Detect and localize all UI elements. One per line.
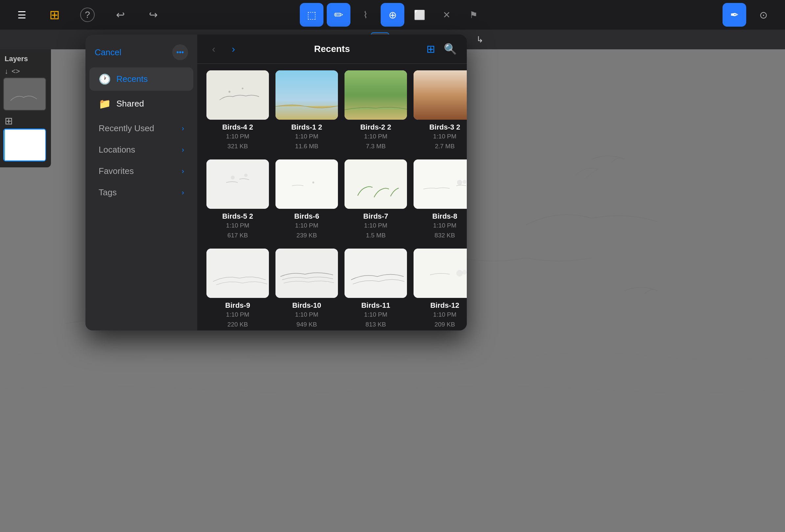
sidebar: Cancel ••• 🕐 Recents 📁 Shared Recently U… — [85, 34, 197, 330]
hamburger-icon: ☰ — [18, 9, 26, 21]
file-item-11[interactable]: Birds-111:10 PM 813 KB — [345, 249, 407, 330]
selection-icon: ⬚ — [307, 9, 316, 21]
sidebar-item-recents[interactable]: 🕐 Recents — [90, 68, 193, 91]
svg-point-5 — [242, 88, 244, 90]
file-thumb-8 — [413, 159, 467, 209]
svg-point-17 — [462, 180, 466, 184]
help-button[interactable]: ? — [76, 3, 99, 27]
more-secondary-button[interactable]: ↳ — [471, 32, 489, 47]
file-browser-dialog: Cancel ••• 🕐 Recents 📁 Shared Recently U… — [85, 34, 467, 330]
more-options-button[interactable]: ••• — [172, 44, 188, 60]
flag-tool[interactable]: ⚑ — [461, 3, 485, 27]
favorites-chevron: › — [182, 167, 184, 176]
transform-icon: ⬜ — [414, 9, 425, 20]
file-thumb-7 — [345, 159, 407, 209]
undo-button[interactable]: ↩ — [108, 3, 132, 27]
file-thumb-3 — [345, 70, 407, 120]
file-meta-8: 1:10 PM 832 KB — [433, 221, 457, 241]
layer-down-icon[interactable]: ↓ — [5, 67, 8, 76]
camera-button[interactable]: ⊙ — [752, 3, 775, 27]
svg-point-10 — [231, 176, 235, 179]
file-item-8[interactable]: Birds-81:10 PM 832 KB — [413, 159, 467, 241]
layers-label: Layers — [3, 53, 48, 65]
file-thumb-10 — [276, 249, 338, 298]
transform-tool[interactable]: ⬜ — [408, 3, 431, 27]
file-item-12[interactable]: Birds-121:10 PM 209 KB — [413, 249, 467, 330]
svg-rect-12 — [276, 159, 338, 209]
layer-2-preview — [4, 129, 45, 161]
forward-button[interactable]: › — [226, 42, 240, 56]
svg-rect-3 — [206, 70, 269, 120]
sidebar-item-shared[interactable]: 📁 Shared — [90, 92, 193, 116]
layer-group-icon[interactable]: ⊞ — [3, 113, 48, 129]
file-item-6[interactable]: Birds-61:10 PM 239 KB — [276, 159, 338, 241]
back-button[interactable]: ‹ — [206, 42, 221, 56]
svg-point-4 — [228, 91, 230, 93]
layer-code-icon[interactable]: <> — [11, 67, 20, 76]
file-meta-3: 1:10 PM 7.3 MB — [364, 131, 387, 152]
file-name-3: Birds-2 2 — [360, 123, 391, 131]
lasso-tool[interactable]: ⌇ — [354, 3, 377, 27]
sidebar-item-favorites[interactable]: Favorites › — [90, 159, 193, 179]
file-item-3[interactable]: Birds-2 21:10 PM 7.3 MB — [345, 70, 407, 152]
file-item-7[interactable]: Birds-71:10 PM 1.5 MB — [345, 159, 407, 241]
svg-rect-0 — [4, 78, 45, 110]
brush-tool[interactable]: ✏ — [327, 3, 350, 27]
grid-button[interactable]: ⊞ — [43, 3, 67, 27]
hamburger-button[interactable]: ☰ — [10, 3, 33, 27]
sidebar-item-recently-used[interactable]: Recently Used › — [90, 117, 193, 137]
tags-label: Tags — [99, 187, 117, 198]
svg-rect-19 — [276, 249, 338, 298]
file-thumb-11 — [345, 249, 407, 298]
layer-1-preview — [4, 78, 45, 110]
sidebar-item-tags[interactable]: Tags › — [90, 181, 193, 201]
svg-point-22 — [456, 270, 463, 277]
undo-icon: ↩ — [116, 8, 125, 21]
toolbar-right: ✒ ⊙ — [723, 3, 775, 27]
svg-point-23 — [462, 270, 467, 275]
layer-thumb-1[interactable] — [3, 78, 46, 110]
question-icon: ? — [80, 7, 95, 22]
forward-icon: › — [232, 43, 235, 55]
file-meta-6: 1:10 PM 239 KB — [295, 221, 319, 241]
file-item-9[interactable]: Birds-91:10 PM 220 KB — [206, 249, 269, 330]
file-thumb-6 — [276, 159, 338, 209]
grid-view-button[interactable]: ⊞ — [423, 42, 438, 56]
svg-rect-8 — [413, 70, 467, 120]
brush-icon: ✏ — [334, 8, 343, 21]
file-item-5[interactable]: Birds-5 21:10 PM 617 KB — [206, 159, 269, 241]
cancel-button[interactable]: Cancel — [95, 47, 121, 57]
more-icon: ••• — [176, 48, 184, 56]
file-item-1[interactable]: Birds-4 21:10 PM 321 KB — [206, 70, 269, 152]
svg-rect-18 — [206, 249, 269, 298]
layer-thumb-2[interactable] — [3, 129, 46, 161]
pen-tool[interactable]: ✒ — [723, 3, 746, 27]
redo-button[interactable]: ↪ — [141, 3, 165, 27]
selection-tool[interactable]: ⬚ — [300, 3, 324, 27]
tags-chevron: › — [182, 188, 184, 197]
redo-icon: ↪ — [149, 8, 158, 21]
back-icon: ‹ — [212, 43, 215, 55]
file-item-2[interactable]: Birds-1 21:10 PM 11.6 MB — [276, 70, 338, 152]
locations-label: Locations — [99, 145, 135, 155]
file-meta-7: 1:10 PM 1.5 MB — [364, 221, 387, 241]
sidebar-item-locations[interactable]: Locations › — [90, 138, 193, 158]
main-title: Recents — [246, 44, 418, 54]
file-thumb-9 — [206, 249, 269, 298]
move-tool[interactable]: ⊕ — [381, 3, 404, 27]
file-item-10[interactable]: Birds-101:10 PM 949 KB — [276, 249, 338, 330]
file-item-4[interactable]: Birds-3 21:10 PM 2.7 MB — [413, 70, 467, 152]
file-name-1: Birds-4 2 — [222, 123, 253, 131]
file-name-8: Birds-8 — [432, 212, 457, 221]
sidebar-header: Cancel ••• — [85, 34, 197, 67]
file-thumb-2 — [276, 70, 338, 120]
search-button[interactable]: 🔍 — [443, 42, 458, 56]
svg-point-13 — [312, 181, 314, 183]
close-icon: ✕ — [443, 9, 450, 20]
shared-icon: 📁 — [99, 98, 110, 109]
file-grid: Birds-4 21:10 PM 321 KBBirds-1 21:10 PM … — [197, 64, 467, 330]
file-name-12: Birds-12 — [430, 301, 459, 310]
svg-rect-6 — [276, 70, 338, 120]
close-tool[interactable]: ✕ — [435, 3, 458, 27]
grid-icon: ⊞ — [49, 7, 60, 22]
